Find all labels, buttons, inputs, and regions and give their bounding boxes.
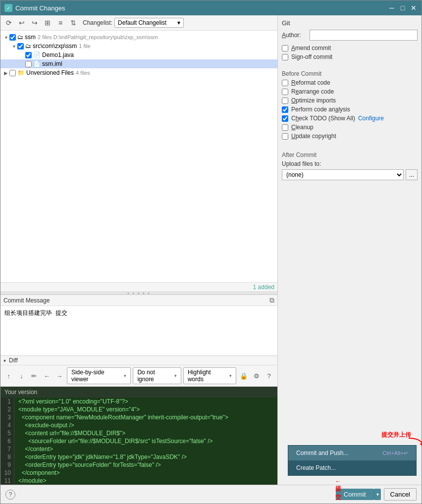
commit-message-expand-icon[interactable]: ⧉ — [269, 296, 274, 304]
code-analysis-checkbox[interactable] — [282, 106, 288, 113]
close-button[interactable]: ✕ — [410, 4, 418, 12]
changelist-arrow-icon: ▾ — [177, 19, 180, 26]
diff-settings-button[interactable]: ⚙ — [251, 370, 262, 381]
tree-item-ssmiml[interactable]: 📄 ssm.iml — [0, 59, 277, 68]
diff-highlight-dropdown[interactable]: Highlight words ▾ — [183, 367, 236, 384]
signoff-label[interactable]: Sign-off commit — [291, 53, 332, 60]
cancel-button[interactable]: Cancel — [384, 488, 417, 501]
code-line: 7 </content> — [0, 445, 277, 453]
rearrange-label[interactable]: Rearrange code — [291, 88, 334, 95]
diff-viewer-arrow-icon: ▾ — [124, 373, 126, 378]
code-lines: 1<?xml version="1.0" encoding="UTF-8"?>2… — [0, 398, 277, 485]
folder-ssm-icon: 🗂 — [17, 34, 23, 41]
optimize-label[interactable]: Optimize imports — [291, 97, 336, 104]
commit-annotation: ← 提交 — [335, 478, 341, 502]
commit-annotation-text: ← 提交 — [335, 478, 341, 502]
diff-help-button[interactable]: ? — [264, 370, 274, 381]
commit-changes-window: ✓ Commit Changes ─ □ ✕ ⟳ ↩ ↪ ⊞ ≡ ⇅ Chang… — [0, 0, 422, 504]
rearrange-checkbox[interactable] — [282, 89, 288, 95]
toolbar-move-button[interactable]: ⊞ — [42, 17, 53, 28]
code-line: 10 </component> — [0, 469, 277, 477]
diff-expand-icon[interactable]: ▾ — [3, 358, 6, 363]
diff-ignore-label: Do not ignore — [137, 369, 172, 383]
line-number: 7 — [0, 445, 14, 453]
cleanup-label[interactable]: Cleanup — [291, 124, 314, 131]
configure-link[interactable]: Configure — [358, 115, 384, 122]
diff-viewer-dropdown[interactable]: Side-by-side viewer ▾ — [67, 367, 131, 384]
upload-browse-button[interactable]: ... — [406, 169, 418, 180]
diff-prev-button[interactable]: ← — [42, 370, 53, 381]
update-copyright-checkbox[interactable] — [282, 133, 288, 140]
expand-ssm-icon[interactable]: ▾ — [2, 34, 9, 41]
diff-up-button[interactable]: ↑ — [3, 370, 14, 381]
file-ssmiml-icon: 📄 — [33, 60, 41, 67]
cleanup-row: Cleanup — [282, 124, 418, 131]
git-author-input[interactable] — [310, 30, 418, 41]
toolbar-list-button[interactable]: ≡ — [55, 17, 66, 28]
commit-and-push-shortcut: Ctrl+Alt+↵ — [382, 450, 408, 456]
line-number: 1 — [0, 398, 14, 405]
meta-src: 1 file — [79, 43, 90, 49]
checkbox-ssm[interactable] — [9, 34, 16, 41]
upload-row: (none) ... — [282, 169, 418, 180]
checkbox-src[interactable] — [17, 43, 24, 50]
line-content: </module> — [14, 477, 277, 485]
checkbox-unversioned[interactable] — [9, 70, 16, 76]
file-demo1-icon: 📄 — [33, 51, 41, 58]
commit-button[interactable]: Commit — [336, 489, 374, 500]
commit-and-push-item[interactable]: Commit and Push... Ctrl+Alt+↵ — [288, 446, 416, 460]
bottom-right: 提交并上传 Commit and Push... Ctrl+Alt+↵ Crea… — [336, 488, 417, 501]
diff-lock-button[interactable]: 🔒 — [238, 370, 249, 381]
changelist-dropdown[interactable]: Default Changelist ▾ — [114, 18, 184, 28]
commit-dropdown-button[interactable]: ▾ — [374, 489, 381, 500]
line-number: 5 — [0, 429, 14, 437]
expand-unversioned-icon[interactable]: ▶ — [2, 69, 9, 76]
amend-commit-checkbox[interactable] — [282, 45, 288, 51]
git-title: Git — [282, 19, 418, 27]
diff-code-area[interactable]: Your version 1<?xml version="1.0" encodi… — [0, 387, 277, 485]
minimize-button[interactable]: ─ — [388, 4, 396, 12]
amend-commit-label[interactable]: Amend commit — [291, 45, 331, 51]
checkbox-demo1[interactable] — [25, 52, 32, 58]
maximize-button[interactable]: □ — [399, 4, 407, 12]
diff-next-button[interactable]: → — [54, 370, 65, 381]
checkbox-ssmiml[interactable] — [25, 61, 32, 67]
optimize-row: Optimize imports — [282, 97, 418, 104]
file-tree[interactable]: ▾ 🗂 ssm 2 files D:\initPath\git_reposito… — [0, 31, 277, 282]
tree-item-ssm[interactable]: ▾ 🗂 ssm 2 files D:\initPath\git_reposito… — [0, 33, 277, 42]
diff-ignore-dropdown[interactable]: Do not ignore ▾ — [133, 367, 181, 384]
window-title: Commit Changes — [15, 4, 388, 12]
tree-item-src[interactable]: ▾ 🗂 src\com\zxp\ssm 1 file — [0, 42, 277, 50]
code-analysis-label[interactable]: Perform code analysis — [291, 106, 350, 113]
check-todo-label[interactable]: Check TODO (Show All) — [291, 115, 355, 122]
code-line: 3 <component name="NewModuleRootManager"… — [0, 413, 277, 421]
commit-message-input[interactable]: 组长项目搭建完毕 提交 — [0, 306, 277, 355]
diff-edit-button[interactable]: ✏ — [29, 370, 40, 381]
tree-item-unversioned[interactable]: ▶ 📁 Unversioned Files 4 files — [0, 68, 277, 77]
optimize-checkbox[interactable] — [282, 98, 288, 104]
before-commit-title: Before Commit — [282, 70, 418, 77]
toolbar-undo-button[interactable]: ↩ — [16, 17, 27, 28]
help-button[interactable]: ? — [5, 490, 15, 500]
line-content: </component> — [14, 469, 277, 477]
upload-dropdown[interactable]: (none) — [282, 169, 404, 180]
toolbar-refresh-button[interactable]: ⟳ — [3, 17, 14, 28]
toolbar-sort-button[interactable]: ⇅ — [68, 17, 79, 28]
create-patch-item[interactable]: Create Patch... — [288, 460, 416, 475]
check-todo-checkbox[interactable] — [282, 115, 288, 122]
signoff-checkbox[interactable] — [282, 54, 288, 60]
reformat-checkbox[interactable] — [282, 80, 288, 86]
diff-viewer-label: Side-by-side viewer — [71, 369, 122, 383]
reformat-label[interactable]: Reformat code — [291, 79, 330, 86]
diff-title: Diff — [9, 357, 18, 364]
toolbar-redo-button[interactable]: ↪ — [29, 17, 40, 28]
tree-item-demo1[interactable]: 📄 Demo1.java — [0, 50, 277, 59]
diff-down-button[interactable]: ↓ — [16, 370, 27, 381]
line-number: 3 — [0, 413, 14, 421]
expand-src-icon[interactable]: ▾ — [10, 43, 17, 50]
update-copyright-label[interactable]: Update copyright — [291, 133, 336, 140]
diff-header[interactable]: ▾ Diff — [0, 356, 277, 365]
cleanup-checkbox[interactable] — [282, 124, 288, 131]
commit-message-header: Commit Message ⧉ — [0, 295, 277, 306]
line-content: <orderEntry type="sourceFolder" forTests… — [14, 461, 277, 469]
